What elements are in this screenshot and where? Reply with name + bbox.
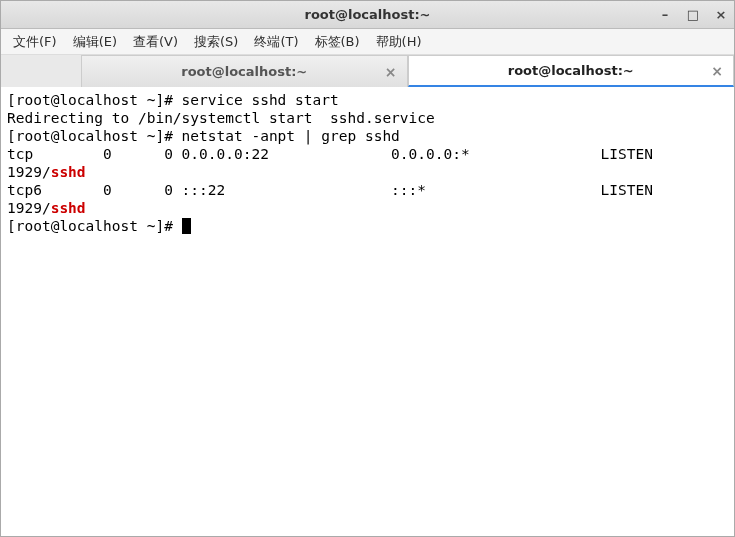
tab-1[interactable]: root@localhost:~ ×	[81, 55, 408, 87]
terminal-highlight: sshd	[51, 164, 86, 180]
maximize-button[interactable]: □	[686, 8, 700, 22]
terminal-window: root@localhost:~ – □ × 文件(F) 编辑(E) 查看(V)…	[0, 0, 735, 537]
tab-2-close-icon[interactable]: ×	[711, 63, 723, 79]
terminal-line: [root@localhost ~]# service sshd start	[7, 91, 728, 109]
window-controls: – □ ×	[658, 1, 728, 28]
tab-1-label: root@localhost:~	[181, 64, 307, 79]
terminal-line: 1929/sshd	[7, 199, 728, 217]
menu-search[interactable]: 搜索(S)	[188, 31, 244, 53]
menu-edit[interactable]: 编辑(E)	[67, 31, 123, 53]
terminal-line: 1929/sshd	[7, 163, 728, 181]
terminal-line: [root@localhost ~]# netstat -anpt | grep…	[7, 127, 728, 145]
menu-tabs[interactable]: 标签(B)	[309, 31, 366, 53]
menu-file[interactable]: 文件(F)	[7, 31, 63, 53]
close-button[interactable]: ×	[714, 8, 728, 22]
tabbar: root@localhost:~ × root@localhost:~ ×	[1, 55, 734, 87]
menu-view[interactable]: 查看(V)	[127, 31, 184, 53]
window-title: root@localhost:~	[304, 7, 430, 22]
tab-1-close-icon[interactable]: ×	[385, 64, 397, 80]
terminal-prompt: [root@localhost ~]#	[7, 218, 182, 234]
terminal-text: 1929/	[7, 200, 51, 216]
terminal-text: 1929/	[7, 164, 51, 180]
terminal-output[interactable]: [root@localhost ~]# service sshd startRe…	[1, 87, 734, 536]
tab-spacer	[1, 55, 81, 87]
terminal-line: Redirecting to /bin/systemctl start sshd…	[7, 109, 728, 127]
menu-help[interactable]: 帮助(H)	[370, 31, 428, 53]
menubar: 文件(F) 编辑(E) 查看(V) 搜索(S) 终端(T) 标签(B) 帮助(H…	[1, 29, 734, 55]
minimize-button[interactable]: –	[658, 8, 672, 22]
terminal-prompt-line: [root@localhost ~]#	[7, 217, 728, 235]
cursor-icon	[182, 218, 191, 234]
menu-terminal[interactable]: 终端(T)	[248, 31, 304, 53]
tab-2-label: root@localhost:~	[508, 63, 634, 78]
titlebar: root@localhost:~ – □ ×	[1, 1, 734, 29]
terminal-line: tcp6 0 0 :::22 :::* LISTEN	[7, 181, 728, 199]
terminal-line: tcp 0 0 0.0.0.0:22 0.0.0.0:* LISTEN	[7, 145, 728, 163]
tab-2[interactable]: root@localhost:~ ×	[408, 55, 735, 87]
terminal-highlight: sshd	[51, 200, 86, 216]
